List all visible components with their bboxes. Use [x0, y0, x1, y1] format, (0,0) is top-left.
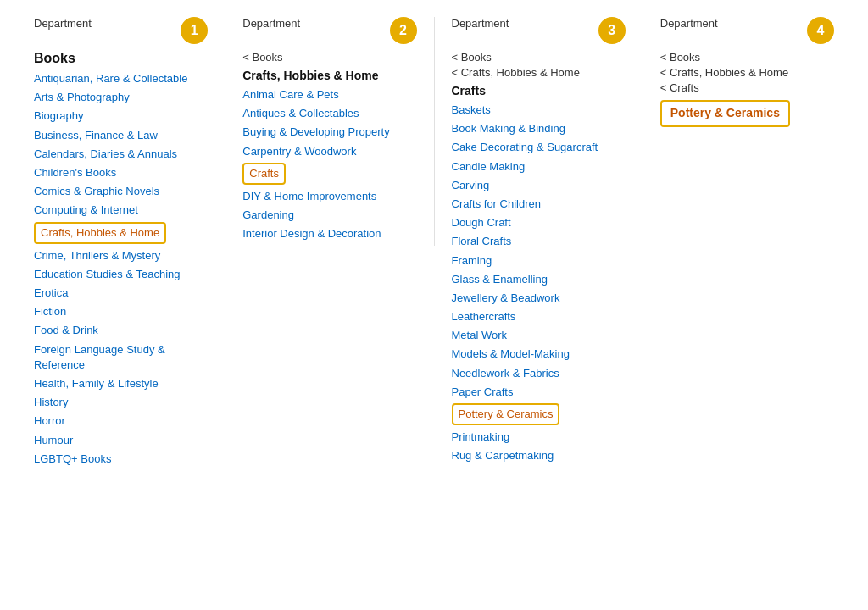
column-header-row: Department1	[34, 17, 208, 44]
nav-item[interactable]: Crafts, Hobbies & Home	[34, 222, 166, 244]
nav-item[interactable]: Glass & Enamelling	[452, 272, 626, 287]
breadcrumb-item[interactable]: Books	[242, 51, 416, 64]
nav-item[interactable]: Foreign Language Study & Reference	[34, 342, 208, 373]
columns-container: Department1BooksAntiquarian, Rare & Coll…	[17, 17, 851, 470]
badge-4: 4	[807, 17, 834, 44]
nav-item[interactable]: Crime, Thrillers & Mystery	[34, 248, 208, 263]
badge-1: 1	[181, 17, 208, 44]
nav-item[interactable]: Antiques & Collectables	[242, 106, 416, 121]
department-label: Department	[660, 17, 718, 30]
column-header-row: Department3	[452, 17, 626, 44]
nav-item[interactable]: Needlework & Fabrics	[452, 366, 626, 381]
department-label: Department	[34, 17, 92, 30]
breadcrumb-item[interactable]: Books	[660, 51, 834, 64]
nav-item[interactable]: Pottery & Ceramics	[452, 403, 560, 425]
nav-item[interactable]: Jewellery & Beadwork	[452, 291, 626, 306]
nav-item[interactable]: Horror	[34, 413, 208, 429]
nav-item[interactable]: Crafts	[242, 163, 286, 185]
nav-item[interactable]: Food & Drink	[34, 323, 208, 338]
nav-item[interactable]: Dough Craft	[452, 215, 626, 230]
column-header-row: Department2	[242, 17, 416, 44]
column-2: Department2BooksCrafts, Hobbies & HomeAn…	[225, 17, 434, 246]
sub-section-title: Crafts, Hobbies & Home	[242, 69, 416, 82]
nav-item[interactable]: Health, Family & Lifestyle	[34, 376, 208, 391]
nav-item[interactable]: Calendars, Diaries & Annuals	[34, 147, 208, 162]
nav-item[interactable]: Framing	[452, 253, 626, 269]
nav-item[interactable]: Printmaking	[452, 430, 626, 445]
nav-item[interactable]: History	[34, 395, 208, 410]
badge-3: 3	[598, 17, 626, 44]
nav-item[interactable]: Leathercrafts	[452, 309, 626, 324]
sub-section-title: Crafts	[452, 84, 626, 97]
nav-item[interactable]: Carving	[452, 178, 626, 193]
nav-item[interactable]: Carpentry & Woodwork	[242, 144, 416, 159]
nav-item[interactable]: Metal Work	[452, 328, 626, 343]
nav-item[interactable]: Arts & Photography	[34, 90, 208, 105]
nav-item[interactable]: Rug & Carpetmaking	[452, 448, 626, 463]
nav-item[interactable]: Baskets	[452, 103, 626, 118]
column-3: Department3BooksCrafts, Hobbies & HomeCr…	[435, 17, 643, 468]
column-1: Department1BooksAntiquarian, Rare & Coll…	[17, 17, 225, 470]
nav-item[interactable]: Floral Crafts	[452, 234, 626, 249]
nav-item[interactable]: Paper Crafts	[452, 385, 626, 400]
nav-item[interactable]: Crafts for Children	[452, 197, 626, 212]
nav-item[interactable]: Pottery & Ceramics	[660, 100, 790, 127]
breadcrumb-item[interactable]: Books	[452, 51, 626, 64]
nav-item[interactable]: Children's Books	[34, 165, 208, 180]
nav-item[interactable]: Education Studies & Teaching	[34, 267, 208, 282]
nav-item[interactable]: Comics & Graphic Novels	[34, 184, 208, 199]
nav-item[interactable]: Book Making & Binding	[452, 121, 626, 136]
nav-item[interactable]: Fiction	[34, 304, 208, 319]
badge-2: 2	[390, 17, 417, 44]
nav-item[interactable]: LGBTQ+ Books	[34, 452, 208, 467]
nav-item[interactable]: Humour	[34, 433, 208, 448]
column-4: Department4BooksCrafts, Hobbies & HomeCr…	[643, 17, 851, 130]
nav-item[interactable]: Computing & Internet	[34, 202, 208, 218]
department-label: Department	[242, 17, 300, 30]
nav-item[interactable]: Erotica	[34, 286, 208, 301]
nav-item[interactable]: Candle Making	[452, 159, 626, 175]
nav-item[interactable]: Models & Model-Making	[452, 347, 626, 362]
nav-item[interactable]: Interior Design & Decoration	[242, 226, 416, 241]
nav-item[interactable]: Biography	[34, 108, 208, 124]
nav-item[interactable]: Gardening	[242, 208, 416, 223]
nav-item[interactable]: Business, Finance & Law	[34, 128, 208, 143]
nav-item[interactable]: Cake Decorating & Sugarcraft	[452, 140, 626, 155]
nav-item[interactable]: Antiquarian, Rare & Collectable	[34, 71, 208, 86]
breadcrumb-item[interactable]: Crafts, Hobbies & Home	[452, 66, 626, 79]
breadcrumb-item[interactable]: Crafts, Hobbies & Home	[660, 66, 834, 79]
nav-item[interactable]: Buying & Developing Property	[242, 125, 416, 140]
section-title: Books	[34, 51, 208, 66]
department-label: Department	[452, 17, 509, 30]
column-header-row: Department4	[660, 17, 834, 44]
nav-item[interactable]: DIY & Home Improvements	[242, 189, 416, 204]
nav-item[interactable]: Animal Care & Pets	[242, 87, 416, 103]
breadcrumb-item[interactable]: Crafts	[660, 81, 834, 94]
